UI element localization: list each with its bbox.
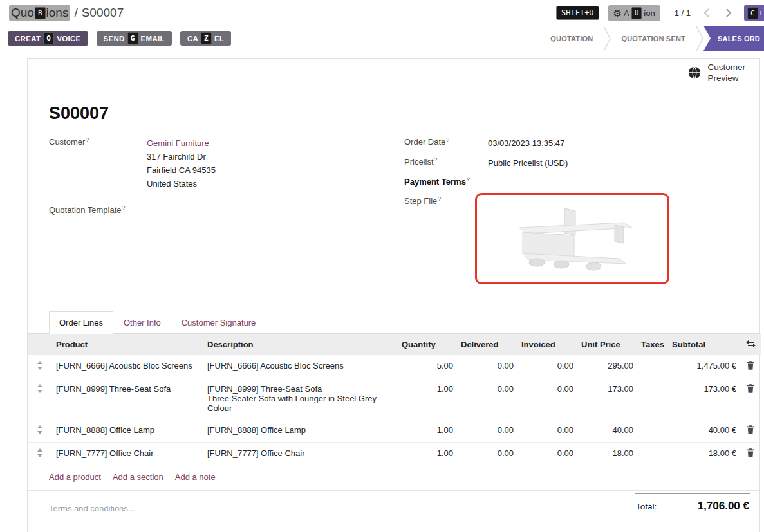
tab-other-info[interactable]: Other Info: [113, 311, 171, 334]
keyboard-hint-badge: Q: [43, 32, 54, 44]
description-cell[interactable]: [FURN_8888] Office Lamp: [203, 419, 398, 443]
help-marker: ?: [446, 136, 449, 143]
quotation-template-label: Quotation Template?: [49, 205, 147, 215]
product-column-header[interactable]: Product: [52, 334, 203, 355]
description-column-header[interactable]: Description: [203, 334, 398, 355]
product-cell[interactable]: [FURN_8999] Three-Seat Sofa: [52, 378, 203, 419]
pricelist-value[interactable]: Public Pricelist (USD): [488, 156, 568, 170]
description-cell[interactable]: [FURN_7777] Office Chair: [203, 443, 398, 466]
delivered-cell[interactable]: 0.00: [457, 419, 517, 443]
delete-row-button[interactable]: [740, 443, 761, 466]
unit-price-cell[interactable]: 173.00: [577, 378, 637, 419]
trash-icon: [747, 384, 754, 393]
unit-price-cell[interactable]: 18.00: [577, 443, 637, 466]
taxes-column-header[interactable]: Taxes: [637, 334, 668, 355]
table-row: [FURN_8888] Office Lamp [FURN_8888] Offi…: [28, 419, 761, 443]
table-header-row: Product Description Quantity Delivered I…: [28, 334, 761, 355]
quantity-cell[interactable]: 1.00: [398, 419, 457, 443]
invoiced-cell[interactable]: 0.00: [517, 355, 577, 378]
terms-and-conditions-placeholder[interactable]: Terms and conditions...: [49, 504, 135, 520]
pager-next-button[interactable]: [722, 8, 736, 17]
status-bar: QUOTATION QUOTATION SENT SALES ORD: [540, 26, 764, 51]
taxes-cell[interactable]: [637, 419, 668, 443]
chevron-left-icon: [703, 8, 709, 17]
step-file-image[interactable]: [475, 193, 669, 284]
delete-row-button[interactable]: [740, 355, 761, 378]
quantity-column-header[interactable]: Quantity: [398, 334, 457, 355]
action-menu-post: ion: [644, 8, 655, 18]
add-a-product-link[interactable]: Add a product: [49, 472, 101, 482]
subtotal-column-header[interactable]: Subtotal: [668, 334, 740, 355]
pricelist-label: Pricelist?: [404, 156, 475, 167]
sheet-footer: Terms and conditions... Total: 1,706.00 …: [28, 491, 759, 520]
tab-customer-signature[interactable]: Customer Signature: [171, 311, 266, 334]
customer-preview-button[interactable]: Customer Preview: [687, 62, 745, 84]
cancel-button[interactable]: CA Z EL: [180, 31, 231, 46]
row-drag-handle[interactable]: [28, 443, 52, 466]
invoiced-cell[interactable]: 0.00: [517, 378, 577, 419]
unit-price-cell[interactable]: 295.00: [577, 355, 637, 378]
delivered-column-header[interactable]: Delivered: [457, 334, 517, 355]
send-email-button[interactable]: SEND G EMAIL: [97, 31, 172, 46]
quantity-cell[interactable]: 1.00: [398, 378, 457, 419]
row-drag-handle[interactable]: [28, 378, 52, 419]
table-row: [FURN_7777] Office Chair [FURN_7777] Off…: [28, 443, 761, 466]
quantity-cell[interactable]: 1.00: [398, 443, 457, 466]
breadcrumb-separator: /: [74, 6, 77, 20]
trash-icon: [747, 425, 754, 434]
keyboard-hint-badge: Z: [201, 32, 212, 44]
taxes-cell[interactable]: [637, 378, 668, 419]
field-payment-terms: Payment Terms?: [404, 176, 759, 187]
action-menu-button[interactable]: ⚙ A U ion: [608, 5, 660, 21]
shortcut-badge: SHIFT+U: [556, 6, 599, 20]
product-cell[interactable]: [FURN_6666] Acoustic Bloc Screens: [52, 355, 203, 378]
row-drag-handle[interactable]: [28, 419, 52, 443]
add-a-section-link[interactable]: Add a section: [113, 472, 163, 482]
total-value: 1,706.00 €: [698, 500, 749, 513]
adjust-columns-icon: [746, 340, 756, 347]
unit-price-column-header[interactable]: Unit Price: [577, 334, 637, 355]
quantity-cell[interactable]: 5.00: [398, 355, 457, 378]
status-step-quotation[interactable]: QUOTATION: [540, 26, 603, 51]
trash-icon: [747, 361, 754, 370]
description-cell[interactable]: [FURN_6666] Acoustic Bloc Screens: [203, 355, 398, 378]
product-cell[interactable]: [FURN_8888] Office Lamp: [52, 419, 203, 443]
sheet-header-strip: Customer Preview: [28, 59, 759, 87]
invoiced-cell[interactable]: 0.00: [517, 443, 577, 466]
delivered-cell[interactable]: 0.00: [457, 443, 517, 466]
create-invoice-button[interactable]: CREAT Q VOICE: [8, 31, 88, 46]
new-button-partial[interactable]: C i: [744, 5, 764, 21]
description-cell[interactable]: [FURN_8999] Three-Seat Sofa Three Seater…: [203, 378, 398, 419]
unit-price-cell[interactable]: 40.00: [577, 419, 637, 443]
help-marker: ?: [438, 196, 441, 202]
keyboard-hint-badge: C: [747, 7, 758, 19]
pager-previous-button[interactable]: [700, 8, 713, 17]
add-a-note-link[interactable]: Add a note: [175, 472, 216, 482]
customer-link[interactable]: Gemini Furniture: [147, 138, 209, 148]
taxes-cell[interactable]: [637, 443, 668, 466]
handle-column-header: [28, 334, 52, 355]
product-cell[interactable]: [FURN_7777] Office Chair: [52, 443, 203, 466]
delete-row-button[interactable]: [740, 378, 761, 419]
status-step-sales-order[interactable]: SALES ORD: [703, 26, 764, 51]
list-footer-links: Add a product Add a section Add a note: [28, 465, 759, 491]
customer-label: Customer?: [49, 136, 147, 147]
invoiced-column-header[interactable]: Invoiced: [517, 334, 577, 355]
delivered-cell[interactable]: 0.00: [457, 378, 517, 419]
row-drag-handle[interactable]: [28, 355, 52, 378]
optional-columns-button[interactable]: [740, 334, 761, 355]
invoiced-cell[interactable]: 0.00: [517, 419, 577, 443]
payment-terms-label: Payment Terms?: [404, 176, 475, 187]
status-step-quotation-sent[interactable]: QUOTATION SENT: [611, 26, 696, 51]
taxes-cell[interactable]: [637, 355, 668, 378]
breadcrumb-quotations-link[interactable]: Quo B ions: [9, 5, 70, 21]
description-extra-line: Three Seater Sofa with Lounger in Steel …: [207, 394, 394, 413]
send-email-label-pre: SEND: [104, 35, 125, 42]
order-date-value[interactable]: 03/03/2023 13:35:47: [488, 136, 564, 150]
help-marker: ?: [122, 205, 126, 211]
delete-row-button[interactable]: [740, 419, 761, 443]
delivered-cell[interactable]: 0.00: [457, 355, 517, 378]
description-line: [FURN_8999] Three-Seat Sofa: [207, 384, 394, 394]
cancel-label-post: EL: [214, 35, 224, 42]
tab-order-lines[interactable]: Order Lines: [49, 311, 113, 334]
